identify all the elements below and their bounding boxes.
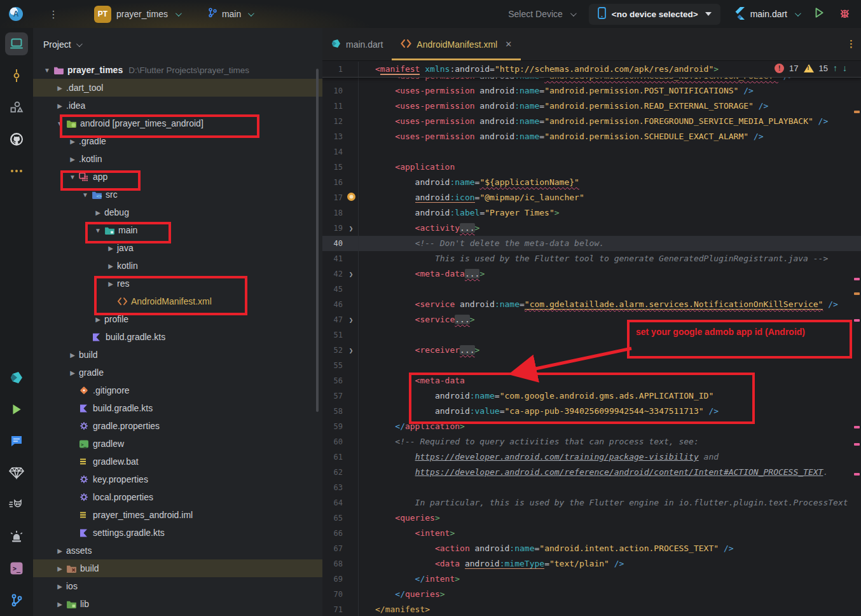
code-line-62[interactable]: 62 https://developer.android.com/referen… [322,465,861,480]
project-panel-header[interactable]: Project [33,28,322,61]
structure-tool-icon[interactable] [0,92,33,123]
flutter-performance-cat-icon[interactable] [0,489,33,521]
tree-item-app[interactable]: ▼app [33,168,322,186]
collapsed-arrow-icon[interactable]: ▶ [53,583,66,590]
collapsed-arrow-icon[interactable]: ▶ [53,565,66,572]
code-line-55[interactable]: 55 [322,358,861,373]
expanded-arrow-icon[interactable]: ▼ [92,227,104,234]
select-device-dropdown[interactable]: Select Device [508,9,575,19]
run-configuration-dropdown[interactable]: main.dart [734,7,799,22]
code-line-16[interactable]: 16 android:name="${applicationName}" [322,175,861,190]
code-line-41[interactable]: 41 This is used by the Flutter tool to g… [322,251,861,266]
code-line-13[interactable]: 13 <uses-permission android:name="androi… [322,129,861,144]
tree-item-gradlew-bat[interactable]: gradlew.bat [33,453,322,470]
tree-item-gradlew[interactable]: >_gradlew [33,435,322,453]
tree-item-build[interactable]: ▶build [33,346,322,364]
code-line-65[interactable]: 65 <queries> [322,510,861,526]
code-line-15[interactable]: 15 <application [322,160,861,175]
tab-main-dart[interactable]: main.dart [322,28,392,60]
code-line-69[interactable]: 69 </intent> [322,572,861,587]
tree-item-kotlin[interactable]: ▶kotlin [33,257,322,275]
vcs-branch-widget[interactable]: main [208,8,252,20]
run-tool-icon[interactable] [0,394,33,425]
tree-item-assets[interactable]: ▶assets [33,542,322,559]
code-line-61[interactable]: 61 https://developer.android.com/trainin… [322,449,861,465]
tree-item-settings-gradle-kts[interactable]: settings.gradle.kts [33,524,322,542]
error-stripe-scrollbar[interactable] [853,94,861,616]
code-line-11[interactable]: 11 <uses-permission android:name="androi… [322,99,861,114]
code-line-64[interactable]: 64 In particular, this is used by the Fl… [322,495,861,510]
expanded-arrow-icon[interactable]: ▼ [66,174,79,181]
tree-item--gitignore[interactable]: .gitignore [33,381,322,399]
tree-item-lib[interactable]: ▶lib [33,595,322,613]
next-problem-arrow-icon[interactable]: ↓ [843,63,847,73]
expanded-arrow-icon[interactable]: ▼ [79,191,92,198]
commit-tool-icon[interactable] [0,60,33,92]
collapsed-arrow-icon[interactable]: ▶ [104,263,117,270]
terminal-tool-icon[interactable]: >_ [0,552,33,584]
close-tab-icon[interactable]: ✕ [505,39,512,49]
error-stripe-mark[interactable] [854,111,860,113]
code-line-40[interactable]: 40 <!-- Don't delete the meta-data below… [322,236,861,251]
code-line-71[interactable]: 71</manifest> [322,602,861,616]
device-selector-dropdown[interactable]: <no device selected> [589,4,720,25]
code-line-66[interactable]: 66 <intent> [322,526,861,541]
collapsed-arrow-icon[interactable]: ▶ [104,245,117,252]
collapsed-arrow-icon[interactable]: ▶ [53,85,66,92]
tree-item-androidmanifest-xml[interactable]: AndroidManifest.xml [33,292,322,310]
more-tools-icon[interactable] [0,155,33,187]
tree-item-build-gradle-kts[interactable]: build.gradle.kts [33,328,322,346]
expanded-arrow-icon[interactable]: ▼ [41,67,53,74]
tab-options-kebab-icon[interactable]: ⋮ [846,38,856,50]
code-line[interactable]: <uses-permission android:name="android.p… [322,78,861,83]
error-stripe-mark[interactable] [854,473,860,476]
code-line-58[interactable]: 58 android:value="ca-app-pub-39402560999… [322,404,861,419]
error-stripe-mark[interactable] [854,278,860,280]
code-line-18[interactable]: 18 android:label="Prayer Times"> [322,205,861,221]
tree-item--gradle[interactable]: ▶.gradle [33,132,322,150]
expanded-arrow-icon[interactable]: ▼ [53,120,66,127]
tree-item-debug[interactable]: ▶debug [33,203,322,221]
code-line-63[interactable]: 63 [322,480,861,495]
tree-item-main[interactable]: ▼main [33,221,322,239]
tree-item-android-prayer-times-android-[interactable]: ▼android [prayer_times_android] [33,114,322,132]
fold-arrow-icon[interactable]: ❯ [344,346,358,355]
dart-analysis-icon[interactable] [0,362,33,394]
collapsed-arrow-icon[interactable]: ▶ [66,352,79,359]
inspector-diamond-icon[interactable] [0,457,33,489]
tree-item-local-properties[interactable]: local.properties [33,488,322,506]
tree-item-ios[interactable]: ▶ios [33,577,322,595]
code-line-45[interactable]: 45 [322,282,861,297]
code-line-67[interactable]: 67 <action android:name="android.intent.… [322,541,861,556]
project-widget[interactable]: PT prayer_times [94,6,180,23]
code-line-70[interactable]: 70 </queries> [322,587,861,602]
debug-button[interactable] [839,7,851,22]
code-line-10[interactable]: 10 <uses-permission android:name="androi… [322,83,861,99]
panel-scrollbar[interactable] [316,69,319,412]
main-menu-kebab-icon[interactable]: ⋮ [47,8,60,20]
code-line-52[interactable]: 52❯ <receiver...> [322,343,861,358]
error-stripe-mark[interactable] [854,426,860,428]
tree-item-java[interactable]: ▶java [33,239,322,257]
collapsed-arrow-icon[interactable]: ▶ [66,138,79,145]
code-line-60[interactable]: 60 <!-- Required to query activities tha… [322,434,861,449]
run-button[interactable] [813,7,825,21]
tree-item-profile[interactable]: ▶profile [33,310,322,328]
prev-problem-arrow-icon[interactable]: ↑ [833,63,837,73]
code-line-42[interactable]: 42❯ <meta-data...> [322,266,861,282]
tree-item--idea[interactable]: ▶.idea [33,97,322,114]
inspections-widget[interactable]: ! 17 15 ↑ ↓ [775,63,847,73]
code-line-17[interactable]: 17 android:icon="@mipmap/ic_launcher" [322,190,861,205]
tree-item-gradle-properties[interactable]: gradle.properties [33,417,322,435]
tree-item-res[interactable]: ▶res [33,275,322,292]
tree-item-prayer-times[interactable]: ▼prayer_timesD:\Flutter Projects\prayer_… [33,61,322,79]
code-line-14[interactable]: 14 [322,144,861,160]
fold-arrow-icon[interactable]: ❯ [344,270,358,278]
tree-item-gradle[interactable]: ▶gradle [33,364,322,381]
code-line-56[interactable]: 56 <meta-data [322,373,861,388]
error-stripe-mark[interactable] [854,443,860,446]
code-line-57[interactable]: 57 android:name="com.google.android.gms.… [322,388,861,404]
tree-item-prayer-times-android-iml[interactable]: prayer_times_android.iml [33,506,322,524]
tree-item-src[interactable]: ▼<>src [33,186,322,203]
code-line-59[interactable]: 59 </application> [322,419,861,434]
